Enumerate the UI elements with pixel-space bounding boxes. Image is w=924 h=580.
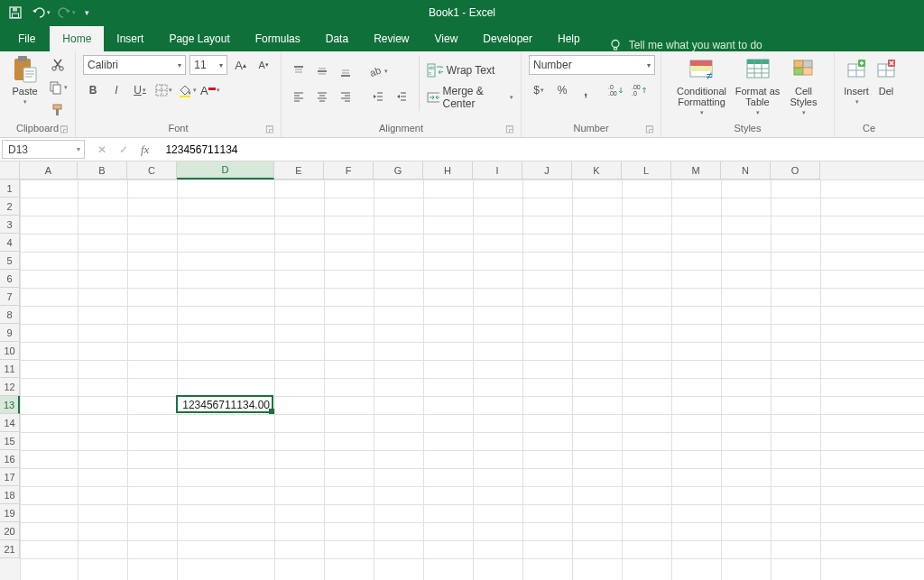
percent-button[interactable]: % (552, 80, 572, 100)
decrease-font-button[interactable]: A▾ (254, 55, 273, 75)
number-format-combo[interactable]: Number▾ (529, 55, 655, 75)
align-middle-button[interactable] (312, 61, 332, 81)
redo-button[interactable]: ▾ (56, 3, 76, 23)
increase-font-button[interactable]: A▴ (231, 55, 251, 75)
col-header-F[interactable]: F (324, 161, 374, 180)
row-header-1[interactable]: 1 (0, 180, 20, 198)
col-header-J[interactable]: J (522, 161, 572, 180)
col-header-N[interactable]: N (721, 161, 771, 180)
bold-button[interactable]: B (83, 80, 103, 100)
col-header-M[interactable]: M (671, 161, 721, 180)
tab-formulas[interactable]: Formulas (243, 26, 313, 51)
col-header-B[interactable]: B (78, 161, 127, 180)
svg-rect-72 (794, 68, 803, 75)
col-header-A[interactable]: A (20, 161, 78, 180)
tell-me[interactable]: Tell me what you want to do (609, 39, 762, 51)
conditional-formatting-button[interactable]: ≠ Conditional Formatting▾ (673, 55, 731, 116)
row-header-11[interactable]: 11 (0, 360, 20, 378)
col-header-K[interactable]: K (572, 161, 622, 180)
tab-data[interactable]: Data (313, 26, 361, 51)
cancel-formula-button[interactable]: ✕ (97, 143, 106, 156)
col-header-O[interactable]: O (771, 161, 820, 180)
comma-style-button[interactable]: , (576, 80, 596, 100)
row-header-16[interactable]: 16 (0, 450, 20, 468)
row-header-6[interactable]: 6 (0, 270, 20, 288)
row-header-4[interactable]: 4 (0, 234, 20, 252)
enter-formula-button[interactable]: ✓ (119, 143, 128, 156)
delete-cells-button[interactable]: Del (873, 55, 900, 106)
borders-button[interactable]: ▾ (153, 80, 173, 100)
name-box[interactable]: D13 ▾ (2, 140, 85, 159)
increase-decimal-button[interactable]: .0.00 (606, 80, 626, 100)
spreadsheet-grid[interactable]: 123456789101112131415161718192021 123456… (0, 180, 924, 580)
col-header-C[interactable]: C (127, 161, 177, 180)
save-icon[interactable] (5, 3, 25, 23)
fill-color-button[interactable]: ▾ (177, 80, 197, 100)
align-top-button[interactable] (289, 61, 309, 81)
align-right-button[interactable] (336, 87, 356, 106)
merge-center-button[interactable]: Merge & Center ▾ (427, 87, 513, 108)
qat-customize-icon[interactable]: ▾ (81, 3, 92, 23)
row-header-8[interactable]: 8 (0, 306, 20, 324)
align-bottom-button[interactable] (336, 61, 356, 81)
row-header-14[interactable]: 14 (0, 414, 20, 432)
alignment-launcher-icon[interactable]: ◲ (505, 124, 513, 133)
row-header-15[interactable]: 15 (0, 432, 20, 450)
wrap-text-button[interactable]: abc Wrap Text (427, 60, 513, 81)
row-header-19[interactable]: 19 (0, 504, 20, 522)
accounting-format-button[interactable]: $▾ (529, 80, 549, 100)
row-header-12[interactable]: 12 (0, 378, 20, 396)
paste-button[interactable]: Paste ▾ (7, 55, 42, 120)
formula-input[interactable] (160, 138, 924, 161)
copy-button[interactable]: ▾ (48, 78, 68, 97)
tab-page-layout[interactable]: Page Layout (156, 26, 242, 51)
tab-developer[interactable]: Developer (470, 26, 545, 51)
tab-review[interactable]: Review (361, 26, 421, 51)
row-header-3[interactable]: 3 (0, 216, 20, 234)
align-center-button[interactable] (312, 87, 332, 106)
cells-area[interactable]: 123456711134.00 (20, 180, 924, 580)
insert-cells-button[interactable]: Insert▾ (842, 55, 871, 106)
row-header-9[interactable]: 9 (0, 324, 20, 342)
row-header-10[interactable]: 10 (0, 342, 20, 360)
clipboard-launcher-icon[interactable]: ◲ (60, 124, 68, 133)
format-painter-button[interactable] (48, 100, 68, 120)
col-header-I[interactable]: I (473, 161, 522, 180)
align-left-button[interactable] (289, 87, 309, 106)
italic-button[interactable]: I (106, 80, 126, 100)
col-header-D[interactable]: D (177, 161, 274, 180)
fx-icon[interactable]: fx (141, 143, 149, 157)
tab-help[interactable]: Help (545, 26, 593, 51)
row-header-13[interactable]: 13 (0, 396, 20, 414)
cut-button[interactable] (48, 55, 68, 75)
font-name-combo[interactable]: Calibri▾ (83, 55, 186, 75)
font-size-combo[interactable]: 11▾ (189, 55, 226, 75)
row-header-7[interactable]: 7 (0, 288, 20, 306)
font-launcher-icon[interactable]: ◲ (265, 124, 273, 133)
decrease-decimal-button[interactable]: .00.0 (630, 80, 650, 100)
format-as-table-button[interactable]: Format as Table▾ (733, 55, 783, 116)
row-header-5[interactable]: 5 (0, 252, 20, 270)
col-header-L[interactable]: L (622, 161, 671, 180)
tab-home[interactable]: Home (50, 26, 104, 51)
cell-styles-button[interactable]: Cell Styles▾ (785, 55, 823, 116)
tab-view[interactable]: View (422, 26, 471, 51)
col-header-E[interactable]: E (274, 161, 324, 180)
select-all-button[interactable] (0, 161, 20, 180)
tab-file[interactable]: File (4, 26, 50, 51)
orientation-button[interactable]: ab▾ (368, 61, 388, 81)
underline-button[interactable]: U▾ (130, 80, 150, 100)
increase-indent-button[interactable] (392, 87, 411, 106)
col-header-H[interactable]: H (423, 161, 473, 180)
row-header-21[interactable]: 21 (0, 540, 20, 558)
row-header-18[interactable]: 18 (0, 486, 20, 504)
row-header-2[interactable]: 2 (0, 198, 20, 216)
undo-button[interactable]: ▾ (31, 3, 51, 23)
col-header-G[interactable]: G (374, 161, 423, 180)
number-launcher-icon[interactable]: ◲ (645, 124, 653, 133)
row-header-17[interactable]: 17 (0, 468, 20, 486)
decrease-indent-button[interactable] (368, 87, 388, 106)
row-header-20[interactable]: 20 (0, 522, 20, 540)
font-color-button[interactable]: A▾ (200, 80, 220, 100)
tab-insert[interactable]: Insert (104, 26, 156, 51)
